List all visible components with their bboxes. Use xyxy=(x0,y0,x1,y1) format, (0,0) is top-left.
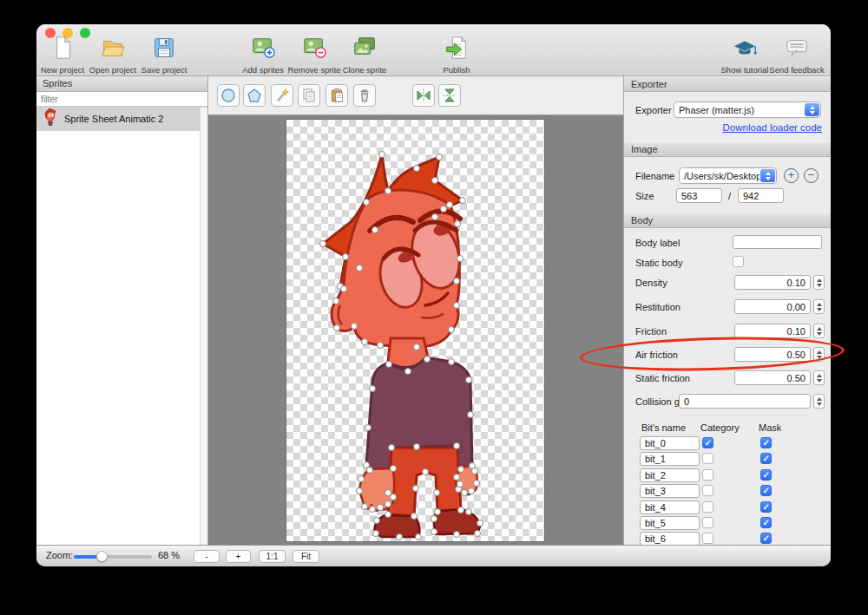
zoom-in-button[interactable]: + xyxy=(226,550,251,563)
new-project-button[interactable]: New project xyxy=(36,35,89,75)
properties-panel: Exporter Exporter Phaser (matter.js) Dow… xyxy=(623,76,831,545)
bit-name-field[interactable] xyxy=(640,452,700,466)
sprite-canvas-image xyxy=(286,120,544,541)
bit-mask-checkbox[interactable] xyxy=(760,533,772,544)
zoom-out-button[interactable]: - xyxy=(194,550,220,563)
polygon-shape-tool-button[interactable] xyxy=(243,84,266,107)
restitution-stepper[interactable] xyxy=(813,299,825,314)
select-stepper-icon xyxy=(805,103,819,116)
bit-name-field[interactable] xyxy=(640,532,700,546)
flip-horizontal-icon xyxy=(416,88,431,103)
add-image-button[interactable]: + xyxy=(784,168,799,183)
canvas-area xyxy=(208,76,623,545)
zoom-label: Zoom: xyxy=(46,550,73,560)
zoom-slider-knob[interactable] xyxy=(96,551,108,562)
copy-button[interactable] xyxy=(298,84,320,107)
open-project-button[interactable]: Open project xyxy=(87,35,139,75)
collision-group-stepper[interactable] xyxy=(813,394,825,409)
paste-button[interactable] xyxy=(326,84,348,107)
main-toolbar: New project Open project Save project Ad… xyxy=(36,24,831,76)
size-separator: / xyxy=(728,191,731,201)
delete-button[interactable] xyxy=(353,84,376,107)
density-label: Density xyxy=(635,278,667,288)
sidebar-scrollbar[interactable] xyxy=(200,108,207,545)
clone-sprite-button[interactable]: Clone sprite xyxy=(339,35,391,75)
canvas-toolbar xyxy=(208,76,623,115)
bit-name-field[interactable] xyxy=(640,501,700,514)
publish-label: Publish xyxy=(443,65,470,75)
bit-name-field[interactable] xyxy=(640,484,700,498)
send-feedback-button[interactable]: Send feedback xyxy=(771,35,823,75)
restitution-field[interactable] xyxy=(734,299,811,314)
new-project-icon xyxy=(49,35,76,64)
status-bar: Zoom: 68 % - + 1:1 Fit xyxy=(36,545,831,566)
bits-mask-header: Mask xyxy=(759,422,781,433)
new-project-label: New project xyxy=(41,65,84,75)
save-project-label: Save project xyxy=(141,65,187,75)
bit-name-field[interactable] xyxy=(640,516,700,530)
bit-mask-checkbox[interactable] xyxy=(760,453,772,464)
exporter-select[interactable]: Phaser (matter.js) xyxy=(674,101,821,118)
save-project-icon xyxy=(151,35,177,64)
magic-wand-icon xyxy=(274,88,290,103)
bit-category-checkbox[interactable] xyxy=(702,437,713,448)
bit-category-checkbox[interactable] xyxy=(702,469,713,481)
body-label-label: Body label xyxy=(635,238,680,248)
add-sprites-icon xyxy=(250,35,276,64)
bit-category-checkbox[interactable] xyxy=(702,453,713,464)
static-friction-label: Static friction xyxy=(635,373,690,383)
density-stepper[interactable] xyxy=(813,275,825,290)
air-friction-field[interactable] xyxy=(734,347,811,362)
zoom-slider[interactable] xyxy=(74,555,152,559)
app-window: New project Open project Save project Ad… xyxy=(36,24,831,566)
bit-mask-checkbox[interactable] xyxy=(760,437,772,448)
bit-name-field[interactable] xyxy=(640,468,700,482)
static-friction-field[interactable] xyxy=(734,370,811,385)
show-tutorial-button[interactable]: Show tutorial xyxy=(719,35,771,75)
flip-vertical-button[interactable] xyxy=(438,84,461,107)
air-friction-stepper[interactable] xyxy=(813,347,825,362)
add-sprites-button[interactable]: Add sprites xyxy=(237,35,289,75)
filename-select[interactable]: /Users/sk/Desktop/S xyxy=(679,167,777,184)
flip-horizontal-button[interactable] xyxy=(412,84,435,107)
friction-stepper[interactable] xyxy=(813,324,825,338)
auto-trace-tool-button[interactable] xyxy=(271,84,293,107)
open-project-label: Open project xyxy=(89,65,136,75)
add-sprites-label: Add sprites xyxy=(242,65,284,75)
friction-label: Friction xyxy=(635,326,667,337)
bit-mask-checkbox[interactable] xyxy=(760,517,772,528)
static-body-checkbox[interactable] xyxy=(733,256,744,267)
circle-shape-tool-button[interactable] xyxy=(217,84,240,107)
bit-mask-checkbox[interactable] xyxy=(760,501,772,513)
static-body-label: Static body xyxy=(635,258,682,268)
image-height-field[interactable] xyxy=(738,188,784,203)
bit-mask-checkbox[interactable] xyxy=(760,485,772,496)
trash-icon xyxy=(357,88,372,103)
bit-category-checkbox[interactable] xyxy=(702,533,713,544)
publish-button[interactable]: Publish xyxy=(431,35,483,75)
density-field[interactable] xyxy=(734,275,811,290)
bit-category-checkbox[interactable] xyxy=(702,517,713,528)
bit-mask-checkbox[interactable] xyxy=(760,469,772,481)
clone-sprite-label: Clone sprite xyxy=(343,65,387,75)
bit-category-checkbox[interactable] xyxy=(702,501,713,513)
sprite-list-item-selected[interactable]: Sprite Sheet Animatic 2 xyxy=(36,107,207,131)
friction-field[interactable] xyxy=(734,324,811,338)
download-loader-code-link[interactable]: Download loader code xyxy=(723,122,822,133)
send-feedback-icon xyxy=(784,35,810,64)
static-friction-stepper[interactable] xyxy=(813,370,825,385)
zoom-fit-button[interactable]: Fit xyxy=(293,550,319,563)
sprite-canvas[interactable] xyxy=(286,120,544,541)
remove-image-button[interactable]: − xyxy=(804,168,819,183)
image-width-field[interactable] xyxy=(676,188,722,203)
zoom-one-to-one-button[interactable]: 1:1 xyxy=(259,550,286,563)
bit-name-field[interactable] xyxy=(640,436,700,450)
sprite-filter-input[interactable] xyxy=(36,92,207,107)
bits-name-header: Bit's name xyxy=(641,422,686,433)
body-label-field[interactable] xyxy=(733,235,822,249)
remove-sprite-button[interactable]: Remove sprite xyxy=(288,35,340,75)
collision-group-field[interactable] xyxy=(679,394,811,409)
bit-category-checkbox[interactable] xyxy=(702,485,713,496)
save-project-button[interactable]: Save project xyxy=(138,35,190,75)
flip-vertical-icon xyxy=(442,88,457,103)
